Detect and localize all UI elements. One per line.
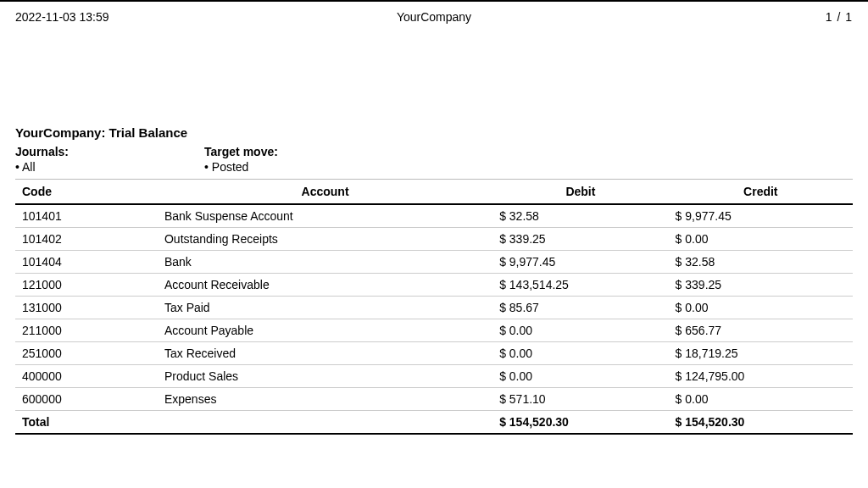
- cell-code: 101401: [15, 204, 158, 228]
- cell-credit: $ 124,795.00: [669, 365, 853, 388]
- filter-target-move: Target move: Posted: [204, 145, 278, 174]
- cell-account: Outstanding Receipts: [158, 228, 492, 251]
- page-header: 2022-11-03 13:59 YourCompany 1 / 1: [0, 2, 868, 24]
- cell-credit: $ 32.58: [669, 251, 853, 274]
- cell-code: 251000: [15, 342, 158, 365]
- report-title: YourCompany: Trial Balance: [15, 125, 853, 140]
- cell-account: Account Payable: [158, 319, 492, 342]
- cell-debit: $ 0.00: [492, 319, 668, 342]
- cell-code: 600000: [15, 388, 158, 411]
- cell-account: Product Sales: [158, 365, 492, 388]
- cell-account: Tax Paid: [158, 297, 492, 319]
- cell-credit: $ 0.00: [669, 228, 853, 251]
- cell-account: Tax Received: [158, 342, 492, 365]
- col-header-code: Code: [15, 180, 158, 205]
- filter-target-move-value: Posted: [204, 160, 278, 174]
- table-row: 600000Expenses$ 571.10$ 0.00: [15, 388, 853, 411]
- header-pagination: 1 / 1: [683, 10, 853, 24]
- cell-code: 101402: [15, 228, 158, 251]
- cell-code: 131000: [15, 297, 158, 319]
- cell-code: 101404: [15, 251, 158, 274]
- cell-debit: $ 143,514.25: [492, 274, 668, 297]
- report-page: 2022-11-03 13:59 YourCompany 1 / 1 YourC…: [0, 0, 868, 488]
- cell-credit: $ 18,719.25: [669, 342, 853, 365]
- table-row: 101404Bank$ 9,977.45$ 32.58: [15, 251, 853, 274]
- cell-credit: $ 0.00: [669, 388, 853, 411]
- cell-code: 121000: [15, 274, 158, 297]
- filter-journals-label: Journals:: [15, 145, 69, 158]
- total-debit: $ 154,520.30: [492, 411, 668, 435]
- cell-credit: $ 9,977.45: [669, 204, 853, 228]
- table-row: 131000Tax Paid$ 85.67$ 0.00: [15, 297, 853, 319]
- header-timestamp: 2022-11-03 13:59: [15, 10, 185, 24]
- cell-debit: $ 0.00: [492, 365, 668, 388]
- cell-debit: $ 339.25: [492, 228, 668, 251]
- cell-debit: $ 9,977.45: [492, 251, 668, 274]
- cell-account: Expenses: [158, 388, 492, 411]
- table-row: 251000Tax Received$ 0.00$ 18,719.25: [15, 342, 853, 365]
- table-row: 121000Account Receivable$ 143,514.25$ 33…: [15, 274, 853, 297]
- filter-journals: Journals: All: [15, 145, 69, 174]
- cell-credit: $ 0.00: [669, 297, 853, 319]
- table-total-row: Total$ 154,520.30$ 154,520.30: [15, 411, 853, 435]
- table-row: 211000Account Payable$ 0.00$ 656.77: [15, 319, 853, 342]
- report-filters: Journals: All Target move: Posted: [15, 145, 853, 174]
- cell-code: 211000: [15, 319, 158, 342]
- table-header-row: Code Account Debit Credit: [15, 180, 853, 205]
- cell-debit: $ 32.58: [492, 204, 668, 228]
- filter-journals-value: All: [15, 160, 69, 174]
- total-label: Total: [15, 411, 158, 435]
- cell-credit: $ 656.77: [669, 319, 853, 342]
- cell-debit: $ 85.67: [492, 297, 668, 319]
- cell-account: Account Receivable: [158, 274, 492, 297]
- col-header-account: Account: [158, 180, 492, 205]
- table-row: 101401Bank Suspense Account$ 32.58$ 9,97…: [15, 204, 853, 228]
- trial-balance-table: Code Account Debit Credit 101401Bank Sus…: [15, 179, 853, 435]
- cell-account: Bank Suspense Account: [158, 204, 492, 228]
- filter-target-move-label: Target move:: [204, 145, 278, 158]
- report-body: YourCompany: Trial Balance Journals: All…: [0, 24, 868, 435]
- header-company: YourCompany: [185, 10, 683, 24]
- total-credit: $ 154,520.30: [669, 411, 853, 435]
- col-header-debit: Debit: [492, 180, 668, 205]
- cell-debit: $ 0.00: [492, 342, 668, 365]
- cell-debit: $ 571.10: [492, 388, 668, 411]
- table-row: 400000Product Sales$ 0.00$ 124,795.00: [15, 365, 853, 388]
- total-blank: [158, 411, 492, 435]
- table-body: 101401Bank Suspense Account$ 32.58$ 9,97…: [15, 204, 853, 434]
- cell-code: 400000: [15, 365, 158, 388]
- cell-account: Bank: [158, 251, 492, 274]
- col-header-credit: Credit: [669, 180, 853, 205]
- table-row: 101402Outstanding Receipts$ 339.25$ 0.00: [15, 228, 853, 251]
- cell-credit: $ 339.25: [669, 274, 853, 297]
